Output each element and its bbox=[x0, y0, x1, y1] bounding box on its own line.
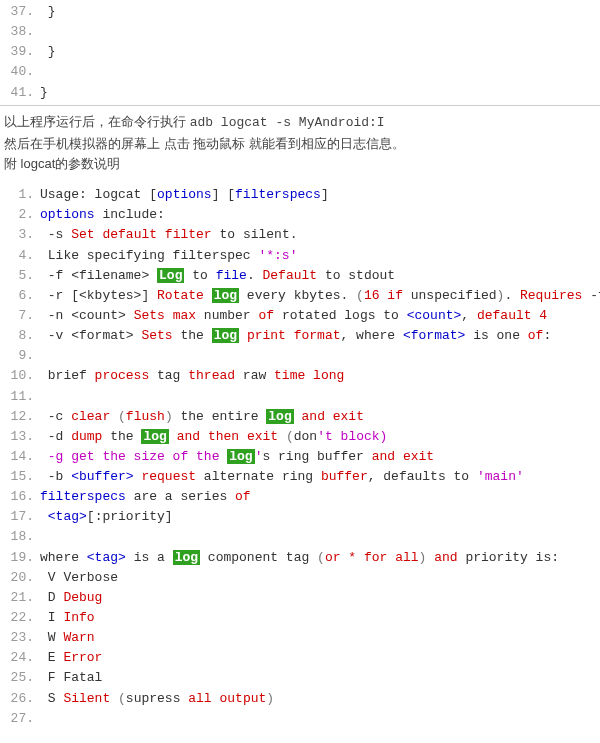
code-line: 40. bbox=[0, 62, 600, 82]
line-number: 40. bbox=[6, 62, 34, 82]
code-line: 41.} bbox=[0, 83, 600, 103]
top-code-block: 37. } 38. 39. } 40. 41.} bbox=[0, 0, 600, 106]
line-number: 13. bbox=[6, 427, 34, 447]
code-content: -f <filename> Log to file. Default to st… bbox=[34, 266, 395, 286]
code-line: 24. E Error bbox=[0, 648, 600, 668]
description-block: 以上程序运行后，在命令行执行 adb logcat -s MyAndroid:I… bbox=[0, 106, 600, 181]
code-line: 15. -b <buffer> request alternate ring b… bbox=[0, 467, 600, 487]
code-line: 19.where <tag> is a log component tag (o… bbox=[0, 548, 600, 568]
code-line: 5. -f <filename> Log to file. Default to… bbox=[0, 266, 600, 286]
usage-code-block: 1.Usage: logcat [options] [filterspecs]2… bbox=[0, 181, 600, 729]
code-line: 21. D Debug bbox=[0, 588, 600, 608]
desc-line-1: 以上程序运行后，在命令行执行 adb logcat -s MyAndroid:I bbox=[4, 112, 596, 134]
code-line: 10. brief process tag thread raw time lo… bbox=[0, 366, 600, 386]
code-content: I Info bbox=[34, 608, 95, 628]
line-number: 41. bbox=[6, 83, 34, 103]
code-content: -b <buffer> request alternate ring buffe… bbox=[34, 467, 524, 487]
line-number: 39. bbox=[6, 42, 34, 62]
code-content: brief process tag thread raw time long bbox=[34, 366, 344, 386]
code-content: -r [<kbytes>] Rotate log every kbytes. (… bbox=[34, 286, 600, 306]
line-number: 8. bbox=[6, 326, 34, 346]
code-content: } bbox=[34, 2, 56, 22]
code-content: W Warn bbox=[34, 628, 95, 648]
code-line: 37. } bbox=[0, 2, 600, 22]
code-line: 22. I Info bbox=[0, 608, 600, 628]
code-line: 18. bbox=[0, 527, 600, 547]
code-line: 39. } bbox=[0, 42, 600, 62]
line-number: 17. bbox=[6, 507, 34, 527]
code-content: E Error bbox=[34, 648, 102, 668]
code-content: F Fatal bbox=[34, 668, 102, 688]
line-number: 7. bbox=[6, 306, 34, 326]
code-line: 4. Like specifying filterspec '*:s' bbox=[0, 246, 600, 266]
desc-line-2: 然后在手机模拟器的屏幕上 点击 拖动鼠标 就能看到相应的日志信息。 bbox=[4, 134, 596, 155]
code-line: 25. F Fatal bbox=[0, 668, 600, 688]
code-content: S Silent (supress all output) bbox=[34, 689, 274, 709]
code-content: -n <count> Sets max number of rotated lo… bbox=[34, 306, 547, 326]
code-content: filterspecs are a series of bbox=[34, 487, 251, 507]
code-content: -g get the size of the log's ring buffer… bbox=[34, 447, 434, 467]
line-number: 9. bbox=[6, 346, 34, 366]
code-content: options include: bbox=[34, 205, 165, 225]
line-number: 12. bbox=[6, 407, 34, 427]
line-number: 10. bbox=[6, 366, 34, 386]
line-number: 38. bbox=[6, 22, 34, 42]
line-number: 5. bbox=[6, 266, 34, 286]
line-number: 2. bbox=[6, 205, 34, 225]
code-line: 20. V Verbose bbox=[0, 568, 600, 588]
line-number: 20. bbox=[6, 568, 34, 588]
code-content: -d dump the log and then exit (don't blo… bbox=[34, 427, 387, 447]
code-content: Like specifying filterspec '*:s' bbox=[34, 246, 297, 266]
code-content: } bbox=[34, 83, 48, 103]
line-number: 23. bbox=[6, 628, 34, 648]
code-content: -v <format> Sets the log print format, w… bbox=[34, 326, 551, 346]
code-line: 8. -v <format> Sets the log print format… bbox=[0, 326, 600, 346]
code-line: 38. bbox=[0, 22, 600, 42]
code-line: 12. -c clear (flush) the entire log and … bbox=[0, 407, 600, 427]
line-number: 16. bbox=[6, 487, 34, 507]
line-number: 21. bbox=[6, 588, 34, 608]
code-content: -c clear (flush) the entire log and exit bbox=[34, 407, 364, 427]
line-number: 37. bbox=[6, 2, 34, 22]
line-number: 15. bbox=[6, 467, 34, 487]
line-number: 22. bbox=[6, 608, 34, 628]
code-line: 2.options include: bbox=[0, 205, 600, 225]
line-number: 1. bbox=[6, 185, 34, 205]
code-line: 9. bbox=[0, 346, 600, 366]
line-number: 11. bbox=[6, 387, 34, 407]
code-line: 16.filterspecs are a series of bbox=[0, 487, 600, 507]
line-number: 18. bbox=[6, 527, 34, 547]
code-line: 6. -r [<kbytes>] Rotate log every kbytes… bbox=[0, 286, 600, 306]
line-number: 3. bbox=[6, 225, 34, 245]
code-line: 23. W Warn bbox=[0, 628, 600, 648]
code-content: D Debug bbox=[34, 588, 102, 608]
code-content: <tag>[:priority] bbox=[34, 507, 173, 527]
code-content: V Verbose bbox=[34, 568, 118, 588]
code-line: 11. bbox=[0, 387, 600, 407]
line-number: 14. bbox=[6, 447, 34, 467]
line-number: 27. bbox=[6, 709, 34, 729]
code-line: 1.Usage: logcat [options] [filterspecs] bbox=[0, 185, 600, 205]
code-content: where <tag> is a log component tag (or *… bbox=[34, 548, 559, 568]
line-number: 4. bbox=[6, 246, 34, 266]
line-number: 19. bbox=[6, 548, 34, 568]
line-number: 24. bbox=[6, 648, 34, 668]
code-line: 3. -s Set default filter to silent. bbox=[0, 225, 600, 245]
code-line: 27. bbox=[0, 709, 600, 729]
code-line: 7. -n <count> Sets max number of rotated… bbox=[0, 306, 600, 326]
code-content: } bbox=[34, 42, 56, 62]
code-line: 17. <tag>[:priority] bbox=[0, 507, 600, 527]
code-line: 26. S Silent (supress all output) bbox=[0, 689, 600, 709]
line-number: 6. bbox=[6, 286, 34, 306]
code-line: 14. -g get the size of the log's ring bu… bbox=[0, 447, 600, 467]
code-line: 13. -d dump the log and then exit (don't… bbox=[0, 427, 600, 447]
code-content: Usage: logcat [options] [filterspecs] bbox=[34, 185, 329, 205]
desc-line-3: 附 logcat的参数说明 bbox=[4, 154, 596, 175]
line-number: 25. bbox=[6, 668, 34, 688]
code-content: -s Set default filter to silent. bbox=[34, 225, 298, 245]
line-number: 26. bbox=[6, 689, 34, 709]
